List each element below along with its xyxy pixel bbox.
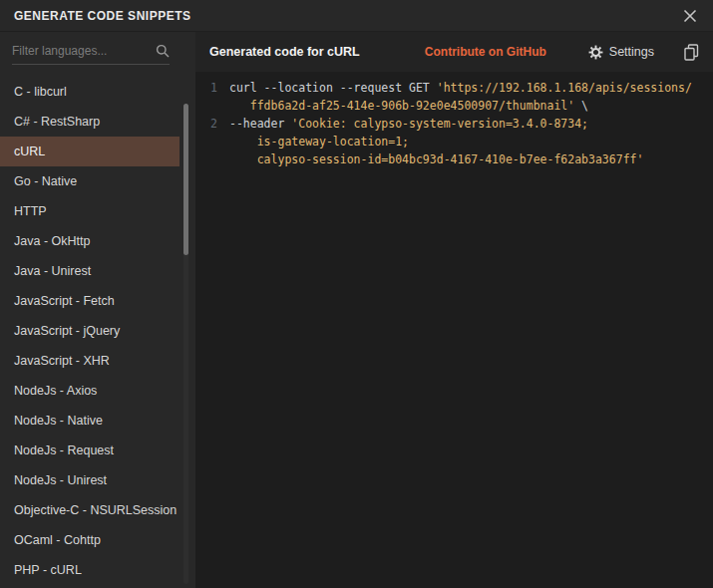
code-editor[interactable]: 1curl --location --request GET 'https://… [195, 72, 713, 588]
language-item-javascript-fetch[interactable]: JavaScript - Fetch [0, 286, 179, 316]
language-item-java-unirest[interactable]: Java - Unirest [0, 256, 179, 286]
dialog-body: C - libcurlC# - RestSharpcURLGo - Native… [0, 32, 713, 588]
language-item-javascript-xhr[interactable]: JavaScript - XHR [0, 346, 179, 376]
language-item-objective-c-nsurlsession[interactable]: Objective-C - NSURLSession [0, 495, 179, 525]
code-text: --header 'Cookie: calypso-system-version… [229, 115, 588, 133]
line-number [195, 150, 229, 168]
copy-icon [684, 44, 699, 61]
language-item-http[interactable]: HTTP [0, 196, 179, 226]
language-item-c-restsharp[interactable]: C# - RestSharp [0, 107, 179, 137]
generate-code-snippets-dialog: GENERATE CODE SNIPPETS C - libcurlC# - R… [0, 0, 713, 588]
language-item-java-okhttp[interactable]: Java - OkHttp [0, 226, 179, 256]
line-number [195, 97, 229, 115]
code-line: calypso-session-id=b04bc93d-4167-410e-b7… [195, 150, 713, 168]
settings-button[interactable]: Settings [588, 45, 654, 60]
copy-code-button[interactable] [684, 44, 699, 61]
code-panel: Generated code for cURL Contribute on Gi… [195, 32, 713, 588]
gear-icon [588, 45, 603, 60]
sidebar-scrollbar[interactable] [183, 104, 188, 584]
code-text: is-gateway-location=1; [229, 133, 409, 150]
language-item-nodejs-axios[interactable]: NodeJs - Axios [0, 376, 179, 406]
filter-languages-field[interactable] [12, 44, 170, 65]
code-panel-header: Generated code for cURL Contribute on Gi… [195, 32, 713, 72]
settings-label: Settings [609, 45, 654, 59]
language-item-nodejs-native[interactable]: NodeJs - Native [0, 406, 179, 436]
code-text: ffdb6a2d-af25-414e-906b-92e0e4500907/thu… [229, 97, 588, 115]
close-icon[interactable] [681, 7, 699, 25]
search-icon [156, 44, 170, 58]
line-number: 1 [195, 79, 229, 97]
code-line: 2--header 'Cookie: calypso-system-versio… [195, 115, 713, 133]
language-item-ocaml-cohttp[interactable]: OCaml - Cohttp [0, 525, 179, 555]
language-item-nodejs-request[interactable]: NodeJs - Request [0, 436, 179, 465]
panel-heading: Generated code for cURL [209, 45, 360, 59]
language-sidebar: C - libcurlC# - RestSharpcURLGo - Native… [0, 32, 195, 588]
language-item-c-libcurl[interactable]: C - libcurl [0, 77, 179, 107]
dialog-titlebar: GENERATE CODE SNIPPETS [0, 0, 713, 32]
filter-languages-input[interactable] [12, 44, 150, 58]
sidebar-scrollbar-thumb[interactable] [183, 104, 188, 255]
line-number [195, 133, 229, 150]
code-text: calypso-session-id=b04bc93d-4167-410e-b7… [229, 150, 643, 168]
language-list: C - libcurlC# - RestSharpcURLGo - Native… [0, 77, 179, 585]
language-item-javascript-jquery[interactable]: JavaScript - jQuery [0, 316, 179, 346]
dialog-title: GENERATE CODE SNIPPETS [14, 9, 190, 23]
language-item-curl[interactable]: cURL [0, 137, 179, 166]
line-number: 2 [195, 115, 229, 133]
code-line: 1curl --location --request GET 'https://… [195, 79, 713, 97]
language-item-nodejs-unirest[interactable]: NodeJs - Unirest [0, 465, 179, 495]
language-item-go-native[interactable]: Go - Native [0, 166, 179, 196]
contribute-github-link[interactable]: Contribute on GitHub [425, 45, 546, 59]
code-line: is-gateway-location=1; [195, 133, 713, 150]
close-x-glyph [683, 9, 697, 23]
code-line: ffdb6a2d-af25-414e-906b-92e0e4500907/thu… [195, 97, 713, 115]
code-text: curl --location --request GET 'https://1… [229, 79, 692, 97]
language-item-php-curl[interactable]: PHP - cURL [0, 555, 179, 585]
